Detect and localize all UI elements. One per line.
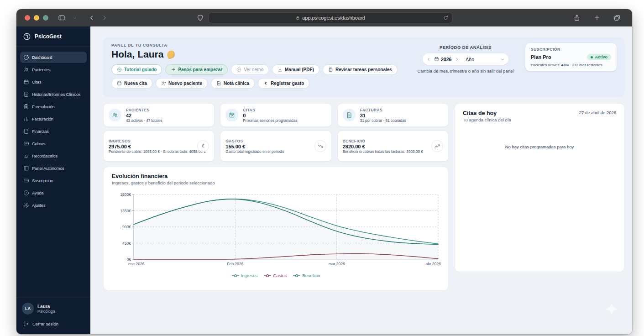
- button-label: Nota clínica: [224, 81, 249, 86]
- period-caption: Cambia de mes, trimestre o año sin salir…: [414, 68, 517, 74]
- help-icon: ?: [23, 190, 29, 196]
- svg-text:Feb 2026: Feb 2026: [227, 262, 243, 266]
- button-label: Registrar gasto: [271, 81, 304, 86]
- sidebar-item-label: Historias/Informes Clínicos: [32, 92, 80, 97]
- svg-text:1350€: 1350€: [120, 209, 131, 213]
- period-next-icon[interactable]: [455, 57, 459, 62]
- calendar-icon: [117, 81, 122, 86]
- privacy-shield-icon[interactable]: [196, 14, 204, 21]
- close-window-button[interactable]: [25, 15, 30, 21]
- period-prev-icon[interactable]: [426, 57, 431, 62]
- logout-label: Cerrar sesión: [32, 321, 58, 326]
- sidebar-item-pacientes[interactable]: Pacientes: [20, 64, 87, 75]
- subscription-card: SUSCRIPCIÓN Plan Pro Activo Pacientes ac…: [525, 43, 617, 71]
- hero-panel: PANEL DE TU CONSULTA Hola, Laura Tutoria…: [103, 37, 625, 97]
- sidebar-item-finanzas[interactable]: Finanzas: [20, 126, 87, 137]
- sidebar-item-label: Suscripción: [32, 178, 53, 183]
- today-appointments-card: Citas de hoy Tu agenda clínica del día 2…: [454, 103, 625, 272]
- app-logo: PsicoGest: [16, 26, 90, 47]
- stat-sub: Beneficio si cobras todas las facturas: …: [343, 150, 427, 154]
- sidebar-item-panel-autonomos[interactable]: Panel Autónomos: [20, 163, 87, 174]
- calendar-check-icon: [225, 109, 238, 121]
- button-label: Pasos para empezar: [178, 67, 222, 72]
- forward-icon[interactable]: [99, 13, 110, 23]
- sidebar-item-suscripcion[interactable]: Suscripción: [20, 175, 87, 186]
- svg-text:€: €: [264, 82, 267, 85]
- user-name: Laura: [37, 304, 55, 309]
- user-profile[interactable]: LA Laura Psicóloga: [22, 303, 85, 315]
- stat-value: 2975.00 €: [109, 144, 193, 149]
- sidebar-item-label: Formulación: [32, 104, 55, 109]
- button-label: Manual (PDF): [285, 67, 314, 72]
- zoom-window-button[interactable]: [43, 15, 48, 21]
- sidebar: PsicoGest Dashboard Pacientes Citas Hist…: [16, 26, 90, 334]
- button-label: Tutorial guiado: [124, 67, 157, 72]
- sidebar-item-citas[interactable]: Citas: [20, 76, 87, 88]
- sidebar-item-ajustes[interactable]: Ajustes: [20, 200, 87, 211]
- sidebar-item-recordatorios[interactable]: Recordatorios: [20, 150, 87, 162]
- nueva-cita-button[interactable]: Nueva cita: [111, 78, 152, 89]
- stat-card-beneficio: BENEFICIO 2820.00 € Beneficio si cobras …: [337, 131, 449, 162]
- minimize-window-button[interactable]: [34, 15, 39, 21]
- sidebar-item-historias[interactable]: Historias/Informes Clínicos: [20, 89, 87, 100]
- user-role: Psicóloga: [37, 309, 55, 314]
- logout-button[interactable]: Cerrar sesión: [22, 315, 85, 332]
- stat-title: BENEFICIO: [343, 139, 427, 143]
- period-year-value: 2026: [441, 57, 451, 62]
- finance-chart: 0€450€900€1350€1800€ene 2026Feb 2026mar …: [112, 190, 440, 270]
- euro-icon: €: [197, 140, 209, 152]
- reload-icon[interactable]: [443, 15, 448, 21]
- sidebar-item-label: Pacientes: [32, 67, 50, 72]
- legend-item-gastos: Gastos: [264, 273, 287, 278]
- stat-value: 155.00 €: [225, 144, 309, 149]
- nota-clinica-button[interactable]: Nota clínica: [211, 78, 255, 89]
- nuevo-paciente-button[interactable]: Nuevo paciente: [156, 78, 208, 89]
- finance-chart-card: Evolución financiera Ingresos, gastos y …: [103, 166, 449, 291]
- svg-text:€: €: [202, 144, 205, 148]
- sidebar-item-label: Dashboard: [32, 55, 52, 60]
- users-icon: [23, 67, 29, 73]
- app-name: PsicoGest: [35, 33, 62, 40]
- sidebar-toggle-icon[interactable]: [57, 13, 67, 23]
- svg-text:abr 2026: abr 2026: [425, 262, 441, 266]
- stat-title: FACTURAS: [360, 108, 443, 112]
- sidebar-item-dashboard[interactable]: Dashboard: [20, 52, 87, 63]
- manual-pdf-button[interactable]: Manual (PDF): [272, 64, 319, 75]
- invoice-icon: [343, 109, 356, 121]
- bell-icon: [23, 153, 29, 159]
- stat-sub: Gasto total registrado en el periodo: [225, 150, 309, 154]
- sidebar-item-cobros[interactable]: Cobros: [20, 138, 87, 149]
- stat-title: INGRESOS: [109, 139, 193, 143]
- sidebar-item-formulacion[interactable]: Formulación: [20, 101, 87, 112]
- note-icon: [216, 81, 221, 86]
- stat-title: CITAS: [243, 108, 326, 112]
- sidebar-item-label: Finanzas: [32, 129, 49, 134]
- wave-emoji: [166, 49, 176, 59]
- registrar-gasto-button[interactable]: €Registrar gasto: [258, 78, 309, 89]
- stat-sub: 42 activos - 47 totales: [126, 119, 209, 123]
- tutorial-guiado-button[interactable]: Tutorial guiado: [111, 64, 162, 75]
- stat-card-ingresos: INGRESOS 2975.00 € Pendiente de cobro: 1…: [103, 131, 215, 162]
- address-bar[interactable]: app.psicogest.es/dashboard: [208, 12, 452, 23]
- trend-down-icon: [314, 140, 326, 152]
- share-icon[interactable]: [572, 13, 582, 23]
- period-mode-value: Año: [466, 57, 474, 62]
- pasos-para-empezar-button[interactable]: Pasos para empezar: [165, 64, 228, 75]
- tabs-overview-icon[interactable]: [612, 13, 622, 23]
- stat-card-pacientes: PACIENTES 42 42 activos - 47 totales: [103, 103, 215, 127]
- revisar-tareas-button[interactable]: Revisar tareas personales: [323, 64, 398, 75]
- chevron-down-icon: [500, 57, 505, 62]
- browser-titlebar: app.psicogest.es/dashboard: [16, 9, 632, 26]
- back-icon[interactable]: [87, 13, 97, 23]
- stat-card-citas: CITAS 0 Próximas sesiones programadas: [220, 103, 331, 127]
- ver-demo-button[interactable]: Ver demo: [231, 64, 269, 75]
- chevron-down-icon[interactable]: [69, 13, 79, 23]
- svg-text:ene 2026: ene 2026: [128, 262, 145, 266]
- new-tab-icon[interactable]: [592, 13, 602, 23]
- dashboard-main: PANEL DE TU CONSULTA Hola, Laura Tutoria…: [90, 26, 632, 334]
- sidebar-item-facturacion[interactable]: Facturación: [20, 113, 87, 125]
- stat-title: GASTOS: [225, 139, 309, 143]
- sidebar-item-ayuda[interactable]: ?Ayuda: [20, 187, 87, 199]
- calendar-icon: [23, 79, 29, 85]
- period-mode-dropdown[interactable]: Año: [459, 57, 505, 62]
